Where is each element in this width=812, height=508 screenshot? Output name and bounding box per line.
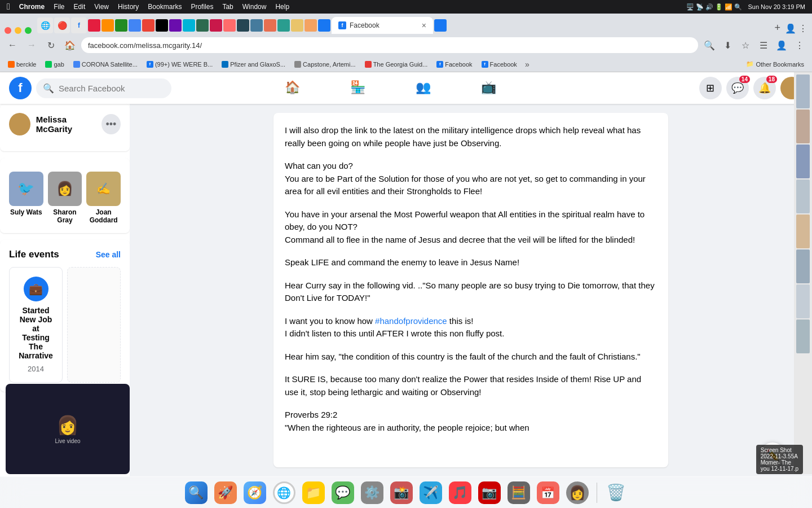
dock-user-thumbnail[interactable]: 👩 <box>565 480 590 505</box>
strip-thumb-7[interactable] <box>796 284 810 318</box>
download-btn[interactable]: ⬇ <box>720 37 735 53</box>
hashtag-link[interactable]: #handofprovidence <box>375 316 447 326</box>
strip-thumb-4[interactable] <box>796 179 810 213</box>
profile-avatar[interactable] <box>9 113 30 135</box>
address-input[interactable] <box>81 37 698 53</box>
see-all-link[interactable]: See all <box>96 250 121 259</box>
menu-tab[interactable]: Tab <box>222 3 233 11</box>
dock-telegram[interactable]: ✈️ <box>418 480 443 505</box>
pinned-tab-18[interactable] <box>277 19 290 32</box>
dock-files[interactable]: 📁 <box>301 480 326 505</box>
dock-trash[interactable]: 🗑️ <box>604 480 629 505</box>
pinned-tab-12[interactable] <box>196 19 209 32</box>
more-options-btn[interactable]: ••• <box>102 114 121 134</box>
dock-screencapture[interactable]: 📸 <box>389 480 414 505</box>
messenger-btn[interactable]: 💬 14 <box>726 77 749 99</box>
active-tab[interactable]: f Facebook × <box>332 17 433 34</box>
fb-logo[interactable]: f <box>9 77 32 99</box>
bookmark-berckle[interactable]: berckle <box>5 60 39 69</box>
pinned-tab-11[interactable] <box>183 19 195 32</box>
dock-calculator[interactable]: 🧮 <box>506 480 531 505</box>
pinned-tab-19[interactable] <box>291 19 303 32</box>
menu-profiles[interactable]: Profiles <box>191 3 213 11</box>
minimize-window-btn[interactable] <box>15 27 21 34</box>
dock-music[interactable]: 🎵 <box>448 480 473 505</box>
pinned-tab-4[interactable] <box>88 19 100 32</box>
bookmark-facebook2[interactable]: f Facebook <box>478 60 520 69</box>
bookmarks-overflow-indicator[interactable]: » <box>525 60 529 69</box>
chrome-menu-btn[interactable]: ⋮ <box>798 23 807 34</box>
dock-chrome[interactable]: 🌐 <box>272 480 297 505</box>
pinned-tab-15[interactable] <box>237 19 249 32</box>
facebook-tab-2[interactable] <box>434 19 447 32</box>
menu-edit[interactable]: Edit <box>74 3 86 11</box>
chrome-profile-btn[interactable]: 👤 <box>785 23 796 34</box>
floating-video[interactable]: 👩 Live video <box>6 384 130 474</box>
home-btn[interactable]: 🏠 <box>62 37 78 53</box>
strip-thumb-5[interactable] <box>796 214 810 248</box>
pinned-tab-8[interactable] <box>142 19 155 32</box>
pinned-tab-1[interactable]: 🌐 <box>37 17 53 33</box>
menu-view[interactable]: View <box>94 3 109 11</box>
menu-help[interactable]: Help <box>275 3 289 11</box>
menu-bookmarks[interactable]: Bookmarks <box>148 3 182 11</box>
pinned-tab-20[interactable] <box>304 19 317 32</box>
strip-thumb-8[interactable] <box>796 319 810 353</box>
dock-finder[interactable]: 🔍 <box>184 480 209 505</box>
pinned-tab-13[interactable] <box>210 19 222 32</box>
search-input[interactable] <box>59 84 165 93</box>
dock-photobooth[interactable]: 📷 <box>477 480 502 505</box>
menu-window[interactable]: Window <box>242 3 267 11</box>
menu-history[interactable]: History <box>118 3 139 11</box>
nav-marketplace[interactable]: 🏪 <box>326 75 390 102</box>
new-tab-btn[interactable]: + <box>771 22 784 34</box>
bookmark-we-were[interactable]: f (99+) WE WERE B... <box>143 60 216 69</box>
pinned-tab-2[interactable]: 🔴 <box>54 17 70 33</box>
apple-icon[interactable]:  <box>7 2 10 12</box>
dock-safari[interactable]: 🧭 <box>242 480 267 505</box>
tab-close-btn[interactable]: × <box>422 21 426 30</box>
search-toolbar-btn[interactable]: 🔍 <box>701 37 717 53</box>
pinned-tab-5[interactable] <box>102 19 114 32</box>
close-window-btn[interactable] <box>5 27 11 34</box>
forward-btn[interactable]: → <box>24 37 39 53</box>
chrome-settings-btn[interactable]: ⋮ <box>792 37 807 53</box>
bookmark-facebook1[interactable]: f Facebook <box>433 60 475 69</box>
strip-thumb-2[interactable] <box>796 110 810 143</box>
chrome-profile-icon[interactable]: 👤 <box>774 37 789 53</box>
pinned-tab-10[interactable] <box>169 19 182 32</box>
friend-item-joan[interactable]: ✍️ Joan Goddard <box>86 172 121 224</box>
dock-calendar[interactable]: 📅 <box>536 480 561 505</box>
reload-btn[interactable]: ↻ <box>43 37 59 53</box>
bookmark-corona[interactable]: CORONA Satellite... <box>70 60 141 69</box>
notifications-btn[interactable]: 🔔 18 <box>753 77 776 99</box>
pinned-tab-21[interactable] <box>318 19 330 32</box>
friend-item-suly[interactable]: 🐦 Suly Wats <box>9 172 43 224</box>
pinned-tab-14[interactable] <box>223 19 236 32</box>
bookmark-gab[interactable]: gab <box>42 60 67 69</box>
pinned-tab-17[interactable] <box>264 19 276 32</box>
strip-thumb-1[interactable] <box>796 75 810 108</box>
menu-file[interactable]: File <box>54 3 64 11</box>
dock-launchpad[interactable]: 🚀 <box>213 480 238 505</box>
maximize-window-btn[interactable] <box>25 27 32 34</box>
bookmark-pfizer[interactable]: Pfizer and GlaxoS... <box>218 60 289 69</box>
pinned-tab-6[interactable] <box>115 19 127 32</box>
reading-mode-btn[interactable]: ☰ <box>756 37 771 53</box>
strip-thumb-3[interactable] <box>796 144 810 178</box>
life-event-job[interactable]: 💼 Started New Job at Testing The Narrati… <box>9 267 63 383</box>
friend-item-sharon[interactable]: 👩 Sharon Gray <box>48 172 82 224</box>
strip-thumb-6[interactable] <box>796 249 810 283</box>
pinned-tab-16[interactable] <box>250 19 263 32</box>
bookmark-georgia[interactable]: The Georgia Guid... <box>361 60 431 69</box>
back-btn[interactable]: ← <box>5 37 20 53</box>
nav-groups[interactable]: 👥 <box>392 75 455 102</box>
pinned-tab-3[interactable]: f <box>71 17 87 33</box>
other-bookmarks[interactable]: 📁 Other Bookmarks <box>743 59 807 69</box>
bookmark-capstone[interactable]: Capstone, Artemi... <box>291 60 359 69</box>
nav-watch[interactable]: 📺 <box>457 75 520 102</box>
nav-home[interactable]: 🏠 <box>261 75 324 102</box>
bookmark-star-btn[interactable]: ☆ <box>738 37 753 53</box>
dock-settings[interactable]: ⚙️ <box>360 480 385 505</box>
apps-grid-btn[interactable]: ⊞ <box>699 77 722 99</box>
